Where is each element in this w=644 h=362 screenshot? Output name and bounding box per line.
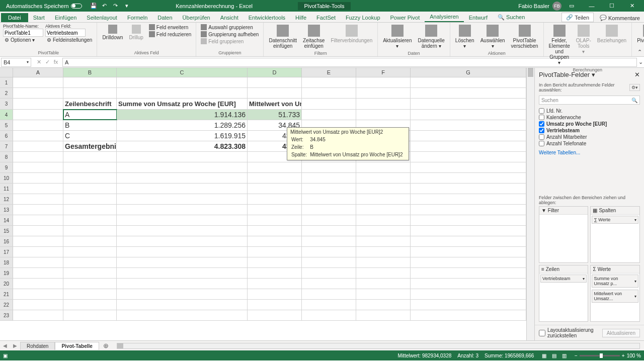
area-rows-item[interactable]: Vertriebsteam▾ xyxy=(540,275,587,283)
cell-A12[interactable] xyxy=(13,194,63,204)
cell-E19[interactable] xyxy=(302,268,356,278)
row-head-19[interactable]: 19 xyxy=(0,268,13,278)
cell-D15[interactable] xyxy=(248,226,302,236)
pivottable-name-input[interactable] xyxy=(3,29,43,37)
tab-review[interactable]: Überprüfen xyxy=(178,13,215,22)
tab-data[interactable]: Daten xyxy=(152,13,177,22)
cell-A8[interactable] xyxy=(13,152,63,162)
update-button[interactable]: Aktualisieren xyxy=(602,329,640,337)
cell-B11[interactable] xyxy=(63,184,117,194)
refresh-button[interactable]: Aktualisieren ▾ xyxy=(381,24,414,50)
clear-button[interactable]: Löschen ▾ xyxy=(453,24,476,50)
view-break-icon[interactable]: ▥ xyxy=(560,353,569,358)
tab-file[interactable]: Datei xyxy=(1,13,28,22)
cell-E2[interactable] xyxy=(302,88,356,98)
cell-B3[interactable]: Zeilenbeschrift▾ xyxy=(63,99,117,109)
row-head-3[interactable]: 3 xyxy=(0,99,13,109)
cell-A20[interactable] xyxy=(13,279,63,289)
defer-layout-checkbox[interactable] xyxy=(539,330,545,336)
cell-A15[interactable] xyxy=(13,226,63,236)
maximize-icon[interactable]: ☐ xyxy=(602,3,622,9)
cell-B9[interactable] xyxy=(63,162,117,172)
row-head-23[interactable]: 23 xyxy=(0,310,13,320)
area-values-item-2[interactable]: Mittelwert von Umsatz...▾ xyxy=(592,290,638,303)
collapse-ribbon-icon[interactable]: ⌃ xyxy=(637,49,642,55)
cell-D17[interactable] xyxy=(248,247,302,257)
cell-D20[interactable] xyxy=(248,279,302,289)
col-E[interactable]: E xyxy=(302,68,356,77)
sheet-tab-rohdaten[interactable]: Rohdaten xyxy=(20,342,55,350)
expand-formula-icon[interactable]: ⌄ xyxy=(637,59,644,65)
cell-D13[interactable] xyxy=(248,205,302,215)
cell-C6[interactable]: 1.619.915 xyxy=(117,131,248,141)
cell-C11[interactable] xyxy=(117,184,248,194)
add-sheet-icon[interactable]: ⊕ xyxy=(99,342,113,349)
cell-E23[interactable] xyxy=(302,310,356,320)
cell-G20[interactable] xyxy=(411,279,526,289)
cell-E17[interactable] xyxy=(302,247,356,257)
select-button[interactable]: Auswählen ▾ xyxy=(478,24,507,50)
tab-analyze[interactable]: Analysieren xyxy=(425,12,463,22)
cell-F20[interactable] xyxy=(356,279,411,289)
row-head-2[interactable]: 2 xyxy=(0,88,13,98)
cell-B2[interactable] xyxy=(63,88,117,98)
zoom-in-icon[interactable]: + xyxy=(622,353,625,358)
cell-D19[interactable] xyxy=(248,268,302,278)
cell-G21[interactable] xyxy=(411,289,526,299)
cell-G5[interactable] xyxy=(411,120,526,130)
cell-G17[interactable] xyxy=(411,247,526,257)
view-page-icon[interactable]: ▤ xyxy=(550,353,558,358)
row-head-4[interactable]: 4 xyxy=(0,110,13,120)
cell-B21[interactable] xyxy=(63,289,117,299)
cell-G11[interactable] xyxy=(411,184,526,194)
area-columns-item[interactable]: ∑ Werte▾ xyxy=(592,216,638,224)
cell-C5[interactable]: 1.289.256 xyxy=(117,120,248,130)
cell-A22[interactable] xyxy=(13,300,63,310)
fx-icon[interactable]: fx xyxy=(52,59,59,65)
cell-D4[interactable]: 51.733 xyxy=(248,110,302,120)
olap-tools-button[interactable]: OLAP-Tools ▾ xyxy=(574,24,593,55)
cell-C16[interactable] xyxy=(117,236,248,246)
cell-E12[interactable] xyxy=(302,194,356,204)
cell-G19[interactable] xyxy=(411,268,526,278)
cell-F4[interactable] xyxy=(356,110,411,120)
cell-G6[interactable] xyxy=(411,131,526,141)
cell-B15[interactable] xyxy=(63,226,117,236)
cell-F9[interactable] xyxy=(356,162,411,172)
area-rows[interactable]: ≡ Zeilen Vertriebsteam▾ xyxy=(539,265,589,322)
share-button[interactable]: 🔗Teilen xyxy=(561,13,594,22)
save-icon[interactable]: 💾 xyxy=(90,3,97,10)
relationships-button[interactable]: Beziehungen xyxy=(595,24,628,44)
cell-C17[interactable] xyxy=(117,247,248,257)
cell-B7[interactable]: Gesamtergebnis xyxy=(63,141,117,151)
cell-C4[interactable]: 1.914.136 xyxy=(117,110,248,120)
select-all-corner[interactable] xyxy=(0,68,13,77)
cell-C7[interactable]: 4.823.308 xyxy=(117,141,248,151)
collapse-field-button[interactable]: Feld reduzieren xyxy=(147,31,193,38)
row-head-10[interactable]: 10 xyxy=(0,173,13,183)
cell-B18[interactable] xyxy=(63,257,117,267)
insert-timeline-button[interactable]: Zeitachse einfügen xyxy=(301,24,327,50)
cell-E20[interactable] xyxy=(302,279,356,289)
cell-F1[interactable] xyxy=(356,77,411,87)
cell-F15[interactable] xyxy=(356,226,411,236)
col-G[interactable]: G xyxy=(411,68,526,77)
cell-A10[interactable] xyxy=(13,173,63,183)
group-field-button[interactable]: Feld gruppieren xyxy=(199,38,260,45)
autosave-switch[interactable] xyxy=(71,4,82,9)
cell-B10[interactable] xyxy=(63,173,117,183)
change-source-button[interactable]: Datenquelle ändern ▾ xyxy=(416,24,446,50)
field-search-input[interactable]: Suchen🔍 xyxy=(539,96,640,105)
cell-B22[interactable] xyxy=(63,300,117,310)
cell-A6[interactable] xyxy=(13,131,63,141)
cell-E9[interactable] xyxy=(302,162,356,172)
cell-G16[interactable] xyxy=(411,236,526,246)
row-head-14[interactable]: 14 xyxy=(0,215,13,225)
filter-connections-button[interactable]: Filterverbindungen xyxy=(329,24,374,44)
row-head-20[interactable]: 20 xyxy=(0,279,13,289)
cell-D21[interactable] xyxy=(248,289,302,299)
cell-C23[interactable] xyxy=(117,310,248,320)
cell-E10[interactable] xyxy=(302,173,356,183)
row-head-16[interactable]: 16 xyxy=(0,236,13,246)
cell-B6[interactable]: C xyxy=(63,131,117,141)
